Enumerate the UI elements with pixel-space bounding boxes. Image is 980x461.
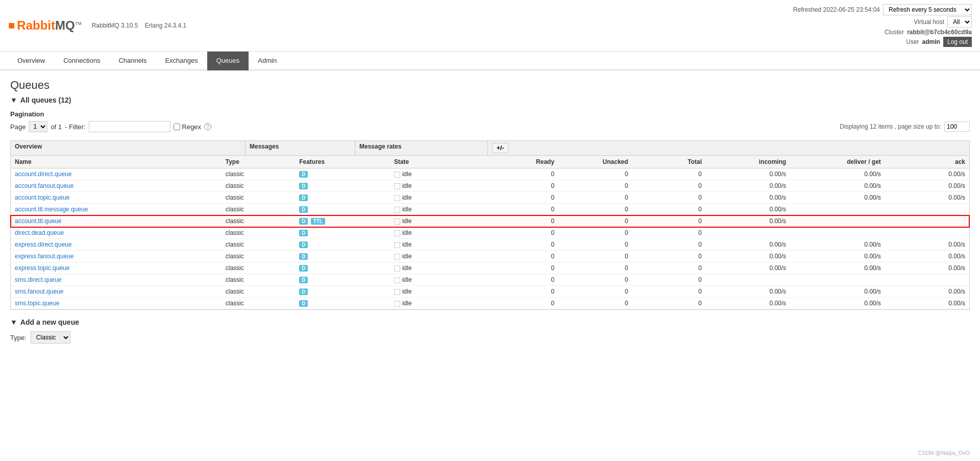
queue-link[interactable]: sms.direct.queue (15, 276, 61, 283)
cell-name[interactable]: account.ttl.message.queue (11, 204, 222, 215)
filter-input[interactable] (89, 121, 170, 132)
table-head: Name Type Features State Ready Unacked T… (11, 156, 969, 168)
col-ack[interactable]: ack (885, 156, 969, 168)
queue-link[interactable]: account.ttl.message.queue (15, 206, 88, 213)
nav: Overview Connections Channels Exchanges … (0, 52, 980, 70)
erlang-version: Erlang 24.3.4.1 (145, 22, 186, 29)
cell-incoming: 0.00/s (706, 204, 790, 215)
queue-link[interactable]: account.direct.queue (15, 171, 71, 178)
help-icon[interactable]: ? (204, 123, 211, 130)
col-state[interactable]: State (390, 156, 485, 168)
table-row: account.fanout.queue classic D idle 0 0 … (11, 180, 969, 192)
display-label: Displaying 12 items , page size up to: (840, 123, 941, 130)
queue-link[interactable]: sms.topic.queue (15, 300, 59, 307)
cell-ack: 0.00/s (885, 168, 969, 180)
nav-exchanges[interactable]: Exchanges (156, 52, 207, 70)
queue-link[interactable]: sms.fanout.queue (15, 288, 63, 295)
queue-link[interactable]: account.topic.queue (15, 194, 69, 201)
cell-deliver-get: 0.00/s (790, 262, 885, 274)
logo-rabbit: Rabbit (17, 18, 55, 32)
state-label: idle (402, 276, 412, 283)
feature-d-badge: D (299, 277, 308, 283)
all-queues-section[interactable]: ▼ All queues (12) (10, 96, 970, 104)
nav-admin[interactable]: Admin (249, 52, 286, 70)
cell-name[interactable]: sms.fanout.queue (11, 286, 222, 298)
cell-state: idle (390, 251, 485, 262)
cell-features: D (295, 168, 390, 180)
state-checkbox (394, 219, 400, 225)
regex-text: Regex (182, 123, 202, 131)
table-row: account.direct.queue classic D idle 0 0 … (11, 168, 969, 180)
state-label: idle (402, 171, 412, 178)
cell-state: idle (390, 298, 485, 309)
page-size-input[interactable] (944, 122, 970, 132)
section-actions[interactable]: +/- (488, 141, 513, 155)
regex-label[interactable]: Regex (174, 123, 202, 131)
col-features[interactable]: Features (295, 156, 390, 168)
cell-total: 0 (632, 192, 706, 204)
cell-name[interactable]: account.topic.queue (11, 192, 222, 204)
cell-ack: 0.00/s (885, 262, 969, 274)
cell-ready: 0 (485, 298, 558, 309)
section-messages: Messages (246, 141, 355, 155)
cell-name[interactable]: account.ttl.queue (11, 215, 222, 227)
refresh-select[interactable]: Refresh every 5 seconds Refresh every 10… (883, 4, 972, 15)
queue-link[interactable]: express.direct.queue (15, 241, 71, 248)
col-type[interactable]: Type (222, 156, 295, 168)
feature-d-badge: D (299, 253, 308, 260)
cell-type: classic (222, 251, 295, 262)
cell-name[interactable]: account.fanout.queue (11, 180, 222, 192)
state-label: idle (402, 182, 412, 189)
col-name[interactable]: Name (11, 156, 222, 168)
queue-link[interactable]: express.topic.queue (15, 264, 69, 272)
col-unacked[interactable]: Unacked (558, 156, 632, 168)
cell-deliver-get (790, 227, 885, 239)
cell-state: idle (390, 227, 485, 239)
add-queue-title[interactable]: ▼ Add a new queue (10, 318, 970, 326)
cell-name[interactable]: sms.topic.queue (11, 298, 222, 309)
state-checkbox (394, 301, 400, 307)
col-incoming[interactable]: incoming (706, 156, 790, 168)
cell-name[interactable]: sms.direct.queue (11, 274, 222, 286)
cell-ack: 0.00/s (885, 286, 969, 298)
regex-checkbox[interactable] (174, 124, 180, 130)
nav-channels[interactable]: Channels (109, 52, 156, 70)
feature-d-badge: D (299, 218, 308, 225)
cell-unacked: 0 (558, 180, 632, 192)
cell-name[interactable]: express.topic.queue (11, 262, 222, 274)
nav-connections[interactable]: Connections (54, 52, 109, 70)
cell-name[interactable]: account.direct.queue (11, 168, 222, 180)
queue-link[interactable]: account.fanout.queue (15, 182, 74, 189)
page-select[interactable]: 1 (29, 121, 47, 132)
vhost-select[interactable]: All (947, 16, 972, 28)
queue-link[interactable]: account.ttl.queue (15, 217, 61, 225)
table-row: direct.dead.queue classic D idle 0 0 0 (11, 227, 969, 239)
cell-name[interactable]: express.direct.queue (11, 239, 222, 251)
state-checkbox (394, 230, 400, 236)
state-checkbox (394, 265, 400, 272)
col-total[interactable]: Total (632, 156, 706, 168)
cell-ready: 0 (485, 215, 558, 227)
version-info: RabbitMQ 3.10.5 Erlang 24.3.4.1 (92, 22, 186, 29)
cell-features: D (295, 239, 390, 251)
cell-name[interactable]: express.fanout.queue (11, 251, 222, 262)
cell-features: D (295, 227, 390, 239)
cell-name[interactable]: direct.dead.queue (11, 227, 222, 239)
col-ready[interactable]: Ready (485, 156, 558, 168)
cell-ack: 0.00/s (885, 298, 969, 309)
table-body: account.direct.queue classic D idle 0 0 … (11, 168, 969, 309)
queue-link[interactable]: express.fanout.queue (15, 253, 74, 260)
type-select[interactable]: Classic Quorum (31, 331, 70, 344)
col-deliver-get[interactable]: deliver / get (790, 156, 885, 168)
cell-ack (885, 215, 969, 227)
plus-minus-button[interactable]: +/- (492, 143, 508, 153)
cell-ack: 0.00/s (885, 180, 969, 192)
nav-overview[interactable]: Overview (8, 52, 54, 70)
table-header-row: Name Type Features State Ready Unacked T… (11, 156, 969, 168)
state-label: idle (402, 194, 412, 201)
queue-link[interactable]: direct.dead.queue (15, 229, 64, 236)
nav-queues[interactable]: Queues (207, 52, 249, 70)
logout-button[interactable]: Log out (943, 37, 972, 47)
state-label: idle (402, 288, 412, 295)
display-info: Displaying 12 items , page size up to: (840, 122, 970, 132)
